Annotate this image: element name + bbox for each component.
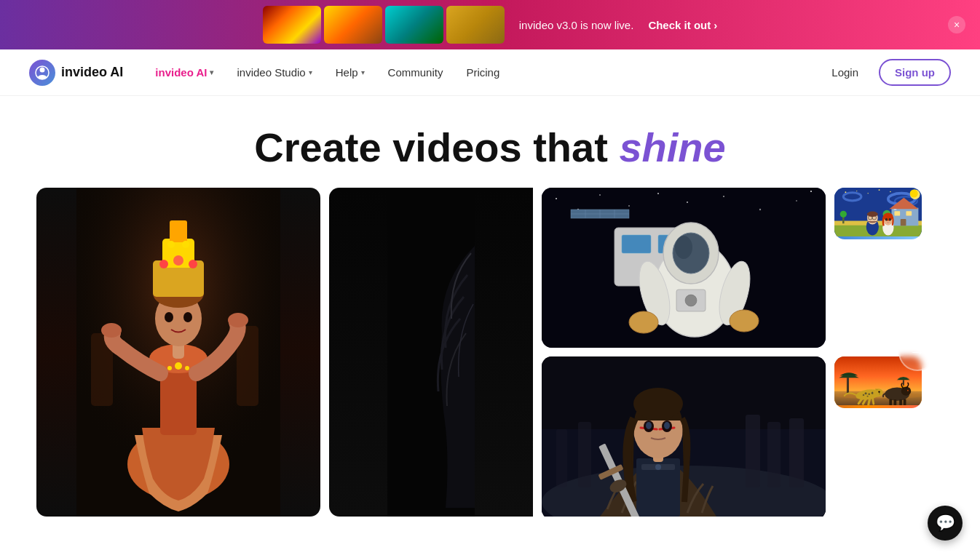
dancer-svg — [36, 188, 320, 517]
svg-point-137 — [878, 391, 880, 392]
svg-point-10 — [723, 196, 724, 197]
chevron-down-icon-ai: ▾ — [210, 68, 213, 76]
signup-button[interactable]: Sign up — [879, 59, 951, 86]
gallery-item-warrior[interactable] — [542, 356, 826, 517]
login-button[interactable]: Login — [820, 60, 870, 84]
gallery-item-dancer[interactable] — [36, 188, 320, 517]
svg-point-54 — [175, 362, 182, 370]
svg-point-50 — [165, 312, 173, 322]
gallery-item-astronaut[interactable] — [542, 188, 826, 348]
svg-rect-126 — [894, 399, 897, 405]
svg-point-2 — [38, 75, 47, 79]
svg-rect-95 — [746, 415, 760, 487]
svg-rect-127 — [899, 399, 902, 405]
svg-point-65 — [879, 189, 880, 191]
svg-point-45 — [159, 260, 168, 268]
svg-point-53 — [228, 313, 248, 327]
svg-point-124 — [907, 389, 909, 391]
svg-point-6 — [599, 194, 601, 196]
svg-rect-73 — [894, 211, 900, 215]
nav-item-pricing[interactable]: Pricing — [457, 60, 508, 84]
svg-point-1 — [40, 67, 45, 72]
navbar: invideo AI invideo AI ▾ invideo Studio ▾… — [0, 49, 980, 96]
svg-point-11 — [759, 208, 761, 210]
nav-label-community: Community — [388, 66, 443, 79]
svg-point-131 — [868, 393, 869, 394]
svg-rect-99 — [556, 429, 567, 487]
nav-item-invideo-studio[interactable]: invideo Studio ▾ — [228, 60, 320, 84]
logo-text: invideo AI — [61, 65, 123, 80]
gallery-item-cartoon-couple[interactable] — [834, 188, 922, 240]
nav-item-community[interactable]: Community — [379, 60, 452, 84]
svg-rect-125 — [889, 399, 892, 405]
banner-thumb-3 — [385, 6, 443, 44]
svg-point-25 — [675, 236, 692, 259]
svg-point-49 — [182, 241, 189, 248]
svg-point-4 — [556, 198, 557, 199]
nav-label-help: Help — [336, 66, 358, 79]
banner-message: invideo v3.0 is now live. — [519, 19, 634, 31]
svg-point-79 — [840, 210, 847, 217]
svg-point-29 — [730, 310, 759, 332]
nav-label-studio: invideo Studio — [237, 66, 305, 79]
svg-point-62 — [910, 189, 918, 197]
banner-cta-link[interactable]: Check it out › — [648, 19, 717, 31]
svg-point-88 — [883, 212, 893, 220]
svg-point-85 — [867, 211, 878, 216]
svg-rect-78 — [842, 217, 844, 223]
banner-thumbnails — [263, 6, 505, 44]
nav-links: invideo AI ▾ invideo Studio ▾ Help ▾ Com… — [146, 60, 820, 84]
chevron-down-icon-studio: ▾ — [309, 68, 312, 76]
top-banner: invideo v3.0 is now live. Check it out ›… — [0, 0, 980, 49]
svg-rect-97 — [789, 418, 804, 487]
astronaut-svg — [542, 188, 826, 348]
chat-icon: 💬 — [936, 514, 955, 517]
svg-point-28 — [629, 311, 658, 333]
gallery-grid — [36, 188, 944, 517]
svg-point-12 — [796, 200, 797, 202]
gallery-section: → — [0, 188, 980, 517]
svg-point-7 — [628, 205, 630, 207]
svg-point-112 — [655, 464, 661, 470]
nav-label-pricing: Pricing — [466, 66, 499, 79]
svg-rect-44 — [170, 220, 187, 242]
gallery-item-dark-bird[interactable] — [329, 188, 533, 517]
svg-point-9 — [687, 202, 688, 203]
svg-point-48 — [167, 241, 175, 248]
banner-close-button[interactable]: × — [948, 16, 965, 33]
svg-point-103 — [633, 388, 683, 420]
hero-title-prefix: Create videos that — [254, 124, 619, 170]
gallery-next-button[interactable]: → — [898, 333, 936, 371]
svg-point-66 — [868, 193, 869, 194]
svg-point-13 — [810, 191, 812, 192]
nav-item-invideo-ai[interactable]: invideo AI ▾ — [146, 60, 222, 84]
svg-rect-72 — [894, 209, 897, 210]
svg-point-31 — [685, 295, 697, 306]
banner-thumb-1 — [263, 6, 321, 44]
svg-point-8 — [657, 192, 659, 194]
svg-rect-20 — [622, 235, 651, 253]
svg-point-90 — [889, 218, 891, 220]
svg-point-67 — [890, 191, 891, 192]
svg-point-56 — [185, 366, 189, 370]
banner-arrow-icon: › — [714, 19, 717, 31]
svg-point-63 — [845, 191, 846, 193]
cartoon-svg — [834, 188, 922, 237]
dark-bird-svg — [329, 188, 533, 517]
nav-item-help[interactable]: Help ▾ — [327, 60, 374, 84]
svg-point-89 — [885, 218, 888, 220]
svg-point-51 — [183, 312, 192, 322]
svg-point-52 — [101, 323, 122, 338]
banner-thumb-4 — [446, 6, 505, 44]
svg-point-46 — [173, 255, 183, 266]
banner-thumb-2 — [324, 6, 382, 44]
hero-title: Create videos that shine — [15, 125, 965, 170]
svg-rect-96 — [767, 422, 781, 487]
svg-point-130 — [865, 392, 867, 394]
hero-title-shine: shine — [619, 124, 725, 170]
arrow-right-icon: → — [909, 343, 925, 362]
nav-right: Login Sign up — [820, 59, 951, 86]
banner-cta-text: Check it out — [648, 19, 711, 31]
svg-point-64 — [856, 191, 857, 191]
logo-link[interactable]: invideo AI — [29, 60, 123, 86]
